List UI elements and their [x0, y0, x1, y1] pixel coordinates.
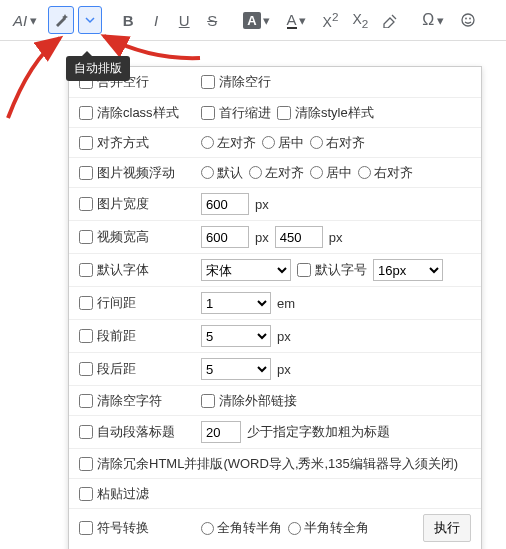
chevron-down-icon: ▾: [27, 13, 39, 28]
svg-line-0: [392, 15, 396, 19]
italic-icon: I: [154, 12, 158, 29]
svg-point-3: [469, 18, 471, 20]
underline-icon: U: [179, 12, 190, 29]
eraser-icon: [382, 12, 398, 28]
omega-icon: Ω: [422, 11, 434, 29]
svg-point-1: [462, 14, 474, 26]
font-color-icon: A: [287, 11, 297, 29]
symbol-button[interactable]: Ω▾: [417, 6, 451, 34]
chevron-down-icon: ▾: [434, 13, 446, 28]
subscript-button[interactable]: X2: [347, 6, 373, 34]
superscript-icon: X2: [323, 10, 339, 30]
smile-icon: [460, 12, 476, 28]
underline-button[interactable]: U: [172, 6, 196, 34]
chevron-down-icon: ▾: [261, 13, 273, 28]
ai-label: AI: [13, 12, 27, 29]
auto-format-button[interactable]: [48, 6, 74, 34]
bold-icon: B: [123, 12, 134, 29]
highlight-button[interactable]: A▾: [238, 6, 277, 34]
svg-point-2: [465, 18, 467, 20]
font-color-button[interactable]: A▾: [282, 6, 314, 34]
strike-button[interactable]: S: [200, 6, 224, 34]
wand-icon: [53, 12, 69, 28]
chevron-down-icon: ▾: [297, 13, 309, 28]
emoji-button[interactable]: [455, 6, 481, 34]
auto-format-dropdown[interactable]: [78, 6, 102, 34]
superscript-button[interactable]: X2: [318, 6, 344, 34]
highlight-icon: A: [243, 12, 260, 29]
subscript-icon: X2: [352, 11, 368, 30]
ai-button[interactable]: AI▾: [8, 6, 44, 34]
italic-button[interactable]: I: [144, 6, 168, 34]
strike-icon: S: [207, 12, 217, 29]
editor-toolbar: AI▾ B I U S A▾ A▾ X2 X2 Ω▾: [0, 0, 506, 41]
clear-format-button[interactable]: [377, 6, 403, 34]
chevron-down-icon: [85, 15, 95, 25]
bold-button[interactable]: B: [116, 6, 140, 34]
